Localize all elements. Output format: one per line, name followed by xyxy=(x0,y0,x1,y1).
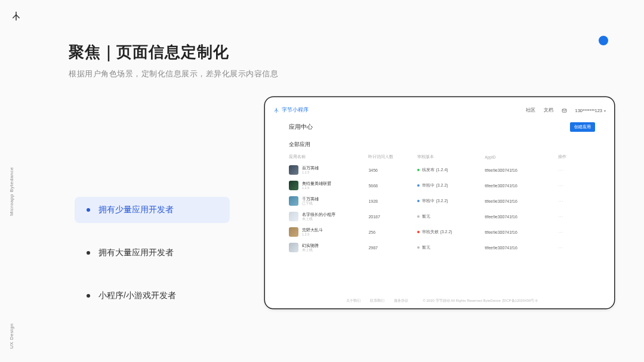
cell-status: 线发布 (1.2.4) xyxy=(417,167,485,173)
bullet-dot-icon xyxy=(87,294,90,298)
app-sub: 1.2.5 xyxy=(302,186,331,190)
app-name: 奥特曼英雄联盟 xyxy=(302,181,331,186)
status-dot-icon xyxy=(417,169,420,171)
svg-line-1 xyxy=(13,15,16,18)
table-row[interactable]: 百万英雄1.2.53456线发布 (1.2.4)ttfee9e300741f16… xyxy=(289,162,595,178)
decor-dot xyxy=(599,36,608,45)
row-actions[interactable]: ··· xyxy=(558,178,595,193)
footer-contact[interactable]: 联系我们 xyxy=(370,298,384,304)
app-thumb xyxy=(289,181,298,190)
user-phone: 130*******123 xyxy=(575,108,602,113)
app-thumb xyxy=(289,212,298,221)
nav-community[interactable]: 社区 xyxy=(526,107,535,113)
row-actions[interactable]: ··· xyxy=(558,193,595,209)
footer-about[interactable]: 关于我们 xyxy=(346,298,360,304)
cell-visits: 5668 xyxy=(368,178,417,193)
row-actions[interactable]: ··· xyxy=(558,224,595,240)
cell-appid: ttfee9e300741f16 xyxy=(485,240,558,255)
chevron-down-icon: ▾ xyxy=(604,109,606,113)
svg-line-4 xyxy=(275,110,276,112)
app-name: 百万英雄 xyxy=(302,166,319,171)
col-op: 操作 xyxy=(558,152,595,162)
app-sub: 1.2.5 xyxy=(302,233,323,237)
app-sub: 已下线 xyxy=(302,202,319,206)
footer-terms[interactable]: 服务协议 xyxy=(394,298,408,304)
app-name: 荒野大乱斗 xyxy=(302,228,323,233)
app-thumb xyxy=(289,227,298,237)
role-bullet-many-apps[interactable]: 拥有大量应用开发者 xyxy=(75,240,230,266)
role-bullet-list: 拥有少量应用开发者 拥有大量应用开发者 小程序/小游戏开发者 xyxy=(75,197,230,309)
app-footer: 关于我们 联系我们 服务协议 © 2020 字节跳动 All Rights Re… xyxy=(289,293,595,308)
user-menu[interactable]: 130*******123 ▾ xyxy=(575,108,606,113)
svg-line-5 xyxy=(276,110,278,112)
footer-copyright: © 2020 字节跳动 All Rights Reserved ByteDanc… xyxy=(423,298,537,304)
section-title: 全部应用 xyxy=(289,141,595,148)
status-dot-icon xyxy=(417,215,420,218)
bullet-label: 小程序/小游戏开发者 xyxy=(98,290,176,301)
app-thumb xyxy=(289,165,298,175)
cell-visits: 256 xyxy=(368,224,417,240)
cell-status: 暂无 xyxy=(417,214,485,219)
app-header: 字节小程序 社区 文档 130*******123 ▾ xyxy=(273,103,606,117)
app-sub: 未上线 xyxy=(302,217,335,221)
row-actions[interactable]: ··· xyxy=(558,209,595,224)
row-actions[interactable]: ··· xyxy=(558,240,595,255)
table-row[interactable]: 奥特曼英雄联盟1.2.55668审核中 (3.2.2)ttfee9e300741… xyxy=(289,178,595,193)
status-dot-icon xyxy=(417,184,420,187)
nav-docs[interactable]: 文档 xyxy=(544,107,553,113)
cell-status: 审核中 (3.2.2) xyxy=(417,198,485,204)
side-label-team: UX Design xyxy=(9,323,14,349)
cell-visits: 1928 xyxy=(368,193,417,209)
svg-line-2 xyxy=(16,15,19,18)
table-row[interactable]: 荒野大乱斗1.2.5256审核失败 (3.2.2)ttfee9e300741f1… xyxy=(289,224,595,240)
app-logo[interactable]: 字节小程序 xyxy=(273,107,309,114)
cell-appid: ttfee9e300741f16 xyxy=(485,224,558,240)
side-label-company: Microapp Bytedance xyxy=(9,167,14,216)
cell-appid: ttfee9e300741f16 xyxy=(485,193,558,209)
spark-icon xyxy=(11,11,21,21)
role-bullet-few-apps[interactable]: 拥有少量应用开发者 xyxy=(75,197,230,223)
cell-status: 暂无 xyxy=(417,245,485,250)
app-name: 幻实驰骋 xyxy=(302,243,319,248)
table-row[interactable]: 千万英雄已下线1928审核中 (3.2.2)ttfee9e300741f16··… xyxy=(289,193,595,209)
app-sub: 1.2.5 xyxy=(302,171,319,175)
cell-appid: ttfee9e300741f16 xyxy=(485,178,558,193)
app-thumb xyxy=(289,196,298,206)
col-visits: 昨日访问人数 xyxy=(368,152,417,162)
bullet-dot-icon xyxy=(87,251,90,255)
apps-table: 应用名称 昨日访问人数 审核版本 AppID 操作 百万英雄1.2.53456线… xyxy=(289,152,595,255)
role-bullet-miniprogram[interactable]: 小程序/小游戏开发者 xyxy=(75,283,230,309)
brand-text: 字节小程序 xyxy=(282,107,309,114)
tablet-mockup: 字节小程序 社区 文档 130*******123 ▾ 应用中心 创建应用 全部… xyxy=(265,97,614,308)
slide-subtitle: 根据用户角色场景，定制化信息展示，差异化展示内容信息 xyxy=(69,69,278,79)
app-name: 名字很长的小程序 xyxy=(302,212,335,217)
bullet-label: 拥有大量应用开发者 xyxy=(98,247,174,258)
col-version: 审核版本 xyxy=(417,152,485,162)
status-dot-icon xyxy=(417,200,420,202)
bullet-label: 拥有少量应用开发者 xyxy=(98,205,174,215)
app-sub: 未上线 xyxy=(302,248,319,252)
table-row[interactable]: 幻实驰骋未上线2987暂无ttfee9e300741f16··· xyxy=(289,240,595,255)
cell-visits: 2987 xyxy=(368,240,417,255)
message-icon[interactable] xyxy=(562,108,567,113)
app-thumb xyxy=(289,243,298,252)
cell-visits: 3456 xyxy=(368,162,417,178)
row-actions[interactable]: ··· xyxy=(558,162,595,178)
col-name: 应用名称 xyxy=(289,152,368,162)
col-appid: AppID xyxy=(485,152,558,162)
cell-appid: ttfee9e300741f16 xyxy=(485,209,558,224)
cell-status: 审核中 (3.2.2) xyxy=(417,182,485,188)
create-app-button[interactable]: 创建应用 xyxy=(570,122,595,132)
status-dot-icon xyxy=(417,231,420,233)
table-row[interactable]: 名字很长的小程序未上线20187暂无ttfee9e300741f16··· xyxy=(289,209,595,224)
status-dot-icon xyxy=(417,246,420,249)
cell-status: 审核失败 (3.2.2) xyxy=(417,229,485,235)
cell-appid: ttfee9e300741f16 xyxy=(485,162,558,178)
page-title: 应用中心 xyxy=(289,123,313,131)
cell-visits: 20187 xyxy=(368,209,417,224)
bullet-dot-icon xyxy=(87,208,90,212)
app-name: 千万英雄 xyxy=(302,197,319,202)
slide-title: 聚焦｜页面信息定制化 xyxy=(69,42,278,63)
